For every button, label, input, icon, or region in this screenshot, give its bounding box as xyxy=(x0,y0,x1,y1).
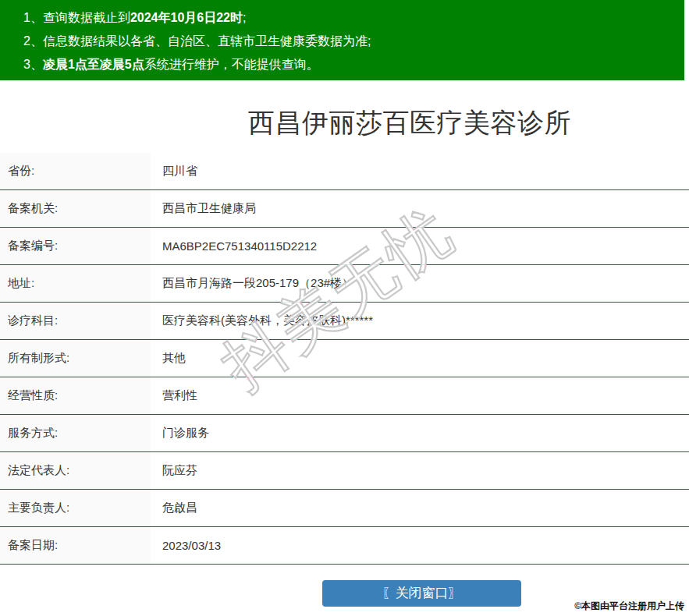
field-value: 2023/03/13 xyxy=(151,527,689,564)
row-province: 省份: 四川省 xyxy=(0,153,689,190)
notice-line-2: 2、信息数据结果以各省、自治区、直辖市卫生健康委数据为准; xyxy=(23,30,684,53)
field-label: 备案编号: xyxy=(0,228,151,264)
row-filing-agency: 备案机关: 西昌市卫生健康局 xyxy=(0,190,689,228)
notice-line-3-text: 3、 xyxy=(23,58,43,71)
notice-line-3: 3、凌晨1点至凌晨5点系统进行维护，不能提供查询。 xyxy=(23,53,684,76)
notice-line-1-tail: ; xyxy=(243,11,246,24)
field-label: 所有制形式: xyxy=(0,340,151,377)
field-value: 西昌市卫生健康局 xyxy=(151,190,689,227)
row-service-mode: 服务方式: 门诊服务 xyxy=(0,415,689,452)
image-credit: ©本图由平台注册用户上传 xyxy=(574,600,684,613)
row-legal-representative: 法定代表人: 阮应芬 xyxy=(0,452,689,490)
notice-banner: 1、查询数据截止到2024年10月6日22时; 2、信息数据结果以各省、自治区、… xyxy=(0,0,684,80)
field-value: 其他 xyxy=(151,340,689,377)
field-value: 西昌市月海路一段205-179（23#楼） xyxy=(151,265,689,302)
notice-line-1: 1、查询数据截止到2024年10月6日22时; xyxy=(23,6,684,30)
field-label: 诊疗科目: xyxy=(0,303,151,339)
notice-line-1-bold: 2024年10月6日22时 xyxy=(130,11,243,24)
field-label: 法定代表人: xyxy=(0,452,151,489)
field-label: 备案机关: xyxy=(0,190,151,227)
field-value: 危啟昌 xyxy=(151,490,689,526)
field-value: 医疗美容科(美容外科，美容皮肤科)****** xyxy=(151,303,689,339)
field-value: 门诊服务 xyxy=(151,415,689,451)
field-value: 阮应芬 xyxy=(151,452,689,489)
notice-line-1-text: 1、查询数据截止到 xyxy=(23,11,130,24)
notice-line-3-tail: 系统进行维护，不能提供查询。 xyxy=(144,58,319,71)
row-filing-date: 备案日期: 2023/03/13 xyxy=(0,527,689,565)
row-filing-number: 备案编号: MA6BP2EC751340115D2212 xyxy=(0,228,689,265)
row-operating-nature: 经营性质: 营利性 xyxy=(0,377,689,415)
notice-line-2-text: 2、信息数据结果以各省、自治区、直辖市卫生健康委数据为准; xyxy=(23,34,371,48)
field-label: 省份: xyxy=(0,153,151,189)
field-value: 营利性 xyxy=(151,377,689,414)
row-clinical-subjects: 诊疗科目: 医疗美容科(美容外科，美容皮肤科)****** xyxy=(0,303,689,340)
clinic-title: 西昌伊丽莎百医疗美容诊所 xyxy=(0,108,689,136)
row-ownership-type: 所有制形式: 其他 xyxy=(0,340,689,377)
field-value: 四川省 xyxy=(151,153,689,189)
row-principal: 主要负责人: 危啟昌 xyxy=(0,490,689,527)
notice-line-3-bold: 凌晨1点至凌晨5点 xyxy=(43,58,144,71)
row-address: 地址: 西昌市月海路一段205-179（23#楼） xyxy=(0,265,689,303)
field-label: 服务方式: xyxy=(0,415,151,451)
info-table: 省份: 四川省 备案机关: 西昌市卫生健康局 备案编号: MA6BP2EC751… xyxy=(0,153,689,565)
field-value: MA6BP2EC751340115D2212 xyxy=(151,228,689,264)
close-window-button[interactable]: 〖关闭窗口〗 xyxy=(322,580,521,607)
field-label: 主要负责人: xyxy=(0,490,151,526)
field-label: 地址: xyxy=(0,265,151,302)
field-label: 备案日期: xyxy=(0,527,151,564)
field-label: 经营性质: xyxy=(0,377,151,414)
